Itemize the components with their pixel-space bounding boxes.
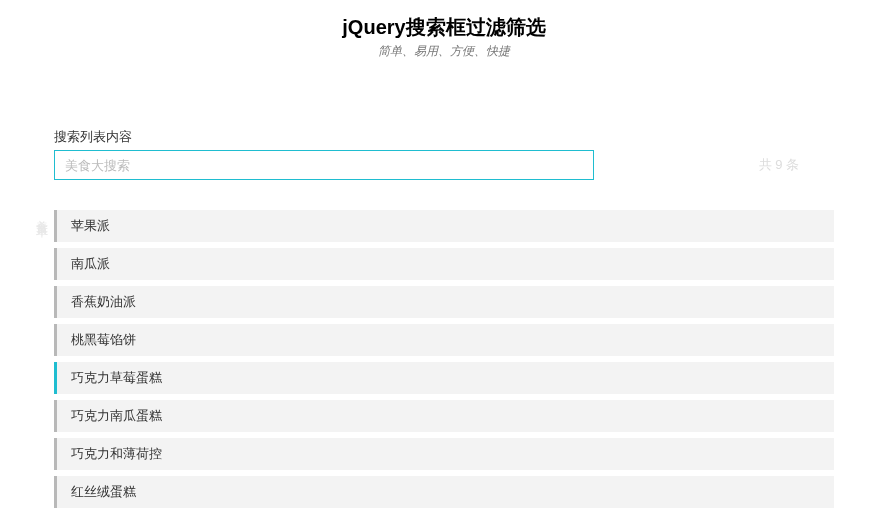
list-item[interactable]: 巧克力草莓蛋糕 — [54, 362, 834, 394]
side-label: 美食菜单 — [36, 210, 48, 218]
list-item[interactable]: 苹果派 — [54, 210, 834, 242]
search-label: 搜索列表内容 — [54, 128, 834, 146]
list-item[interactable]: 桃黑莓馅饼 — [54, 324, 834, 356]
result-count: 共 9 条 — [759, 156, 834, 174]
list-item[interactable]: 巧克力和薄荷控 — [54, 438, 834, 470]
page-header: jQuery搜索框过滤筛选 简单、易用、方便、快捷 — [0, 0, 888, 70]
main-container: 搜索列表内容 共 9 条 美食菜单 苹果派南瓜派香蕉奶油派桃黑莓馅饼巧克力草莓蛋… — [54, 70, 834, 513]
search-row: 共 9 条 — [54, 150, 834, 180]
food-list: 苹果派南瓜派香蕉奶油派桃黑莓馅饼巧克力草莓蛋糕巧克力南瓜蛋糕巧克力和薄荷控红丝绒… — [54, 210, 834, 513]
list-item[interactable]: 南瓜派 — [54, 248, 834, 280]
list-wrapper: 美食菜单 苹果派南瓜派香蕉奶油派桃黑莓馅饼巧克力草莓蛋糕巧克力南瓜蛋糕巧克力和薄… — [54, 210, 834, 513]
list-item[interactable]: 红丝绒蛋糕 — [54, 476, 834, 508]
page-subtitle: 简单、易用、方便、快捷 — [0, 43, 888, 60]
list-item[interactable]: 巧克力南瓜蛋糕 — [54, 400, 834, 432]
list-item[interactable]: 香蕉奶油派 — [54, 286, 834, 318]
search-input[interactable] — [54, 150, 594, 180]
page-title: jQuery搜索框过滤筛选 — [0, 14, 888, 41]
